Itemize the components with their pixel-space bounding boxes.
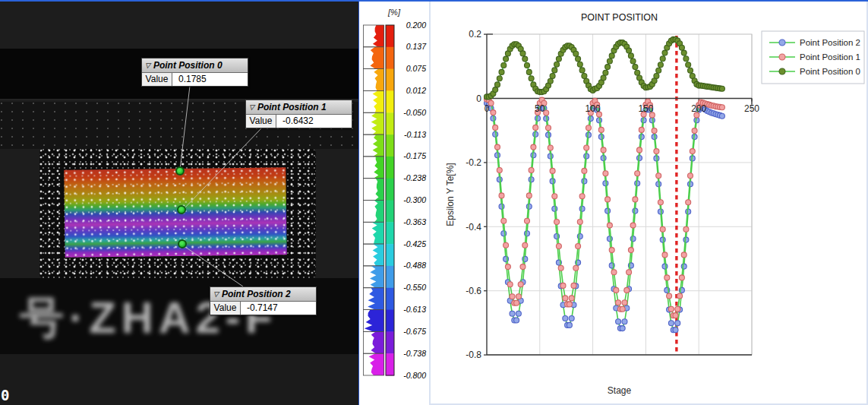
data-point-marker — [627, 270, 632, 275]
data-point-marker — [635, 171, 640, 176]
colorbar-segment — [386, 353, 394, 375]
data-point-marker — [633, 208, 638, 214]
colorbar-segment — [386, 112, 394, 134]
point-tooltip-2[interactable]: ▽ Point Position 2 Value -0.7147 — [210, 286, 317, 315]
tooltip-header[interactable]: ▽ Point Position 0 — [142, 59, 248, 73]
histogram-bar — [365, 310, 384, 332]
data-point-marker — [603, 171, 608, 176]
data-point-marker — [627, 48, 632, 53]
data-point-marker — [660, 226, 665, 232]
collapse-triangle-icon[interactable]: ▽ — [249, 104, 254, 111]
data-point-marker — [620, 306, 625, 312]
data-point-marker — [520, 51, 526, 56]
data-point-marker — [582, 179, 587, 184]
tooltip-title: Point Position 1 — [257, 102, 327, 112]
legend-marker — [779, 54, 785, 60]
value-label: Value — [210, 302, 241, 315]
data-point-marker — [510, 311, 515, 316]
data-point-marker — [522, 242, 528, 248]
data-point-marker — [620, 326, 625, 331]
data-point-marker — [518, 282, 523, 287]
data-point-marker — [683, 56, 689, 62]
data-point-marker — [560, 283, 566, 288]
histogram-bar — [374, 69, 384, 91]
value-label: Value — [142, 73, 172, 86]
point-tooltip-1[interactable]: ▽ Point Position 1 Value -0.6432 — [245, 100, 352, 128]
tooltip-title: Point Position 2 — [222, 289, 291, 299]
point-tooltip-0[interactable]: ▽ Point Position 0 Value 0.1785 — [141, 58, 248, 87]
point-marker-2[interactable] — [178, 239, 187, 248]
colorbar-tick-label: 0.137 — [395, 42, 426, 52]
colorbar-segment — [386, 222, 394, 244]
data-point-marker — [605, 65, 611, 70]
data-point-marker — [579, 194, 585, 199]
data-point-marker — [499, 69, 504, 74]
colorbar-segment — [386, 157, 394, 179]
data-point-marker — [501, 63, 507, 68]
data-point-marker — [573, 51, 579, 56]
data-point-marker — [673, 327, 678, 333]
colorbar-segment — [386, 331, 394, 353]
x-tick-label: 50 — [535, 103, 545, 114]
data-point-marker — [607, 223, 612, 228]
data-point-marker — [673, 313, 678, 318]
data-point-marker — [577, 220, 582, 225]
tooltip-body: Value 0.1785 — [142, 73, 248, 86]
data-point-marker — [688, 68, 693, 73]
colorbar-tick-label: 0.075 — [395, 64, 426, 74]
data-point-marker — [609, 53, 614, 59]
tooltip-body: Value -0.6432 — [246, 115, 352, 128]
data-point-marker — [556, 244, 561, 249]
histogram-bar — [371, 222, 384, 244]
value-label: Value — [246, 115, 276, 128]
data-point-marker — [584, 145, 589, 150]
data-point-marker — [635, 181, 640, 186]
chart-legend[interactable]: Point Position 2Point Position 1Point Po… — [762, 31, 864, 84]
legend-label[interactable]: Point Position 1 — [800, 52, 860, 62]
y-tick-label: -0.8 — [466, 350, 481, 360]
point-marker-0[interactable] — [175, 166, 185, 176]
data-point-marker — [633, 65, 638, 70]
data-point-marker — [525, 63, 530, 68]
value-cell: -0.6432 — [276, 115, 352, 128]
data-point-marker — [507, 282, 513, 287]
data-point-marker — [681, 50, 687, 55]
x-tick-label: 150 — [638, 103, 653, 114]
data-point-marker — [614, 287, 619, 293]
data-point-marker — [692, 128, 697, 134]
data-point-marker — [550, 168, 555, 173]
data-point-marker — [514, 300, 519, 305]
colorbar-scale[interactable] — [363, 24, 395, 376]
legend-label[interactable]: Point Position 2 — [800, 38, 860, 47]
chart-canvas[interactable]: 0.20-0.2-0.4-0.6-0.8050100150200250POINT… — [431, 2, 866, 403]
legend-label[interactable]: Point Position 0 — [800, 67, 860, 76]
data-point-marker — [683, 237, 689, 242]
data-point-marker — [609, 248, 614, 253]
data-point-marker — [579, 206, 585, 211]
data-point-marker — [501, 218, 507, 223]
tooltip-header[interactable]: ▽ Point Position 2 — [210, 287, 316, 302]
point-marker-1[interactable] — [177, 205, 186, 214]
data-point-marker — [681, 252, 687, 258]
tooltip-header[interactable]: ▽ Point Position 1 — [246, 100, 352, 115]
data-point-marker — [630, 223, 636, 228]
data-point-marker — [667, 293, 672, 299]
x-tick-label: 100 — [586, 103, 601, 114]
legend-marker — [779, 68, 785, 74]
data-point-marker — [616, 319, 621, 324]
data-point-marker — [522, 56, 528, 62]
data-point-marker — [719, 86, 724, 91]
data-point-marker — [576, 56, 581, 62]
collapse-triangle-icon[interactable]: ▽ — [145, 62, 150, 69]
y-tick-label: -0.4 — [466, 222, 481, 233]
colorbar-segment — [386, 25, 394, 47]
data-point-marker — [567, 302, 572, 307]
data-point-marker — [616, 300, 621, 305]
y-axis-title: Epsilon Y Te[%] — [445, 163, 456, 226]
data-point-marker — [495, 82, 500, 87]
data-point-marker — [611, 270, 617, 275]
y-tick-label: 0.2 — [469, 29, 481, 40]
data-point-marker — [567, 322, 572, 327]
histogram-bar — [370, 266, 384, 288]
collapse-triangle-icon[interactable]: ▽ — [213, 291, 219, 298]
